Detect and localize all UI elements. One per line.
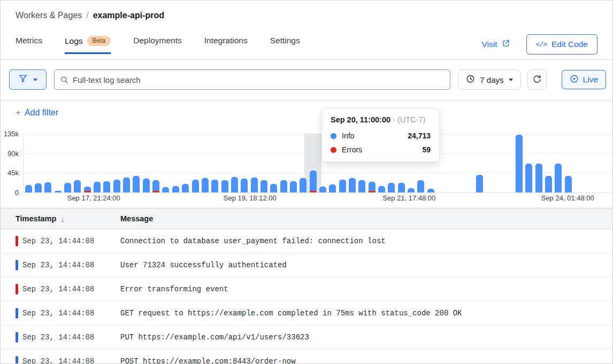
log-table: Timestamp ↓ Message Sep 23, 14:44:08 Con…	[1, 208, 612, 364]
edit-code-button[interactable]: </> Edit Code	[526, 34, 597, 55]
add-filter-button[interactable]: + Add filter	[16, 107, 58, 118]
info-dot-icon	[331, 133, 336, 139]
log-timestamp: Sep 23, 14:44:08	[22, 261, 120, 269]
y-axis-tick: 0	[1, 189, 19, 197]
chart-bar-slot[interactable]	[446, 134, 455, 192]
table-row[interactable]: Sep 23, 14:44:08 Connection to database …	[1, 229, 612, 253]
live-button[interactable]: Live	[562, 70, 606, 89]
chart-bar-slot[interactable]	[141, 134, 151, 192]
chart-bar-slot[interactable]	[308, 134, 318, 192]
chart-bar-slot[interactable]	[475, 134, 485, 192]
chart-bar-slot[interactable]	[190, 134, 200, 192]
chart-bar-slot[interactable]	[593, 134, 602, 192]
filter-funnel-icon	[18, 74, 28, 86]
refresh-button[interactable]	[527, 69, 547, 90]
caret-down-icon	[33, 79, 37, 81]
play-circle-icon	[570, 74, 579, 86]
caret-down-icon	[509, 79, 513, 81]
chart-bar-slot[interactable]	[240, 134, 249, 192]
x-axis-tick: Sep 24, 01:48:00	[541, 194, 594, 202]
visit-link[interactable]: Visit	[482, 39, 510, 50]
chart-bar-slot[interactable]	[524, 134, 534, 192]
chart-bar-slot[interactable]	[249, 134, 259, 192]
chart-bar-slot[interactable]	[229, 134, 239, 192]
chart-bar-slot[interactable]	[92, 134, 102, 192]
chart-bar-slot[interactable]	[504, 134, 514, 192]
chart-bar-slot[interactable]	[563, 134, 573, 192]
tooltip-title: Sep 20, 11:00:00 - (UTC-7)	[331, 115, 431, 124]
log-timestamp: Sep 23, 14:44:08	[22, 285, 120, 293]
breadcrumb-section[interactable]: Workers & Pages	[16, 11, 82, 20]
chart-bar-slot[interactable]	[200, 134, 210, 192]
tab-logs[interactable]: Logs Beta	[65, 32, 111, 54]
chart-bar-slot[interactable]	[53, 134, 63, 192]
log-level-indicator	[16, 308, 18, 319]
chart-bar-slot[interactable]	[210, 134, 220, 192]
table-row[interactable]: Sep 23, 14:44:08 GET request to https://…	[1, 301, 612, 326]
chart-bar-slot[interactable]	[63, 134, 72, 192]
filter-dropdown-button[interactable]	[9, 69, 47, 90]
chart-bar-slot[interactable]	[102, 134, 112, 192]
chart-bar-slot[interactable]	[259, 134, 269, 192]
chart-bar-slot[interactable]	[455, 134, 465, 192]
chart-bar-slot[interactable]	[583, 134, 593, 192]
chart-bar-slot[interactable]	[171, 134, 180, 192]
chart-bar-slot[interactable]	[24, 134, 33, 192]
chart-bar-slot[interactable]	[573, 134, 583, 192]
breadcrumb: Workers & Pages / example-api-prod	[1, 1, 612, 20]
chart-bar-slot[interactable]	[288, 134, 298, 192]
log-level-indicator	[16, 236, 18, 246]
chart-bar-slot[interactable]	[495, 134, 504, 192]
column-header-message: Message	[120, 214, 153, 223]
chart-bar-slot[interactable]	[269, 134, 279, 192]
chart-bar-slot[interactable]	[112, 134, 121, 192]
column-header-timestamp[interactable]: Timestamp ↓	[16, 214, 120, 223]
chart-bar-slot[interactable]	[514, 134, 524, 192]
chart-bar-slot[interactable]	[161, 134, 171, 192]
external-link-icon	[502, 39, 510, 50]
log-timestamp: Sep 23, 14:44:08	[22, 357, 120, 364]
page-title: example-api-prod	[93, 11, 164, 20]
chart-bar-slot[interactable]	[602, 134, 612, 192]
chart-bar-slot[interactable]	[534, 134, 543, 192]
errors-dot-icon	[331, 147, 336, 153]
time-range-dropdown[interactable]: 7 days	[458, 69, 520, 90]
tab-metrics[interactable]: Metrics	[16, 32, 42, 52]
chart-bar-slot[interactable]	[33, 134, 43, 192]
log-timestamp: Sep 23, 14:44:08	[22, 309, 120, 317]
tooltip-info-row: Info 24,713	[331, 131, 431, 140]
y-axis-tick: 45k	[1, 169, 19, 177]
chart-bar-slot[interactable]	[554, 134, 563, 192]
chart-bar-slot[interactable]	[465, 134, 474, 192]
search-input[interactable]	[54, 69, 450, 90]
clock-icon	[466, 74, 475, 85]
tab-deployments[interactable]: Deployments	[133, 32, 181, 52]
table-row[interactable]: Sep 23, 14:44:08 Error transforming even…	[1, 277, 612, 301]
chart-bar-slot[interactable]	[543, 134, 553, 192]
log-toolbar: 7 days Live	[1, 60, 612, 100]
log-level-indicator	[16, 356, 18, 364]
table-row[interactable]: Sep 23, 14:44:08 User 71324 successfully…	[1, 253, 612, 277]
table-row[interactable]: Sep 23, 14:44:08 POST https://example.co…	[1, 350, 612, 364]
chart-bar-slot[interactable]	[121, 134, 131, 192]
chart-bar-slot[interactable]	[73, 134, 82, 192]
tooltip-errors-row: Errors 59	[331, 145, 431, 154]
tab-settings[interactable]: Settings	[270, 32, 300, 52]
chart-bar-slot[interactable]	[43, 134, 53, 192]
chart-bar-slot[interactable]	[220, 134, 229, 192]
chart-bar-slot[interactable]	[279, 134, 288, 192]
log-timestamp: Sep 23, 14:44:08	[22, 333, 120, 342]
chart-bar-slot[interactable]	[82, 134, 92, 192]
log-level-indicator	[16, 284, 18, 295]
chart-bar-slot[interactable]	[181, 134, 190, 192]
chart-bar-slot[interactable]	[151, 134, 160, 192]
chart-bar-slot[interactable]	[485, 134, 494, 192]
table-row[interactable]: Sep 23, 14:44:08 PUT https://example.com…	[1, 326, 612, 350]
header-actions: Visit </> Edit Code	[482, 32, 598, 55]
log-message: Connection to database user_payment fail…	[120, 237, 386, 245]
chart-bar-slot[interactable]	[132, 134, 141, 192]
plus-icon: +	[16, 107, 21, 118]
tab-integrations[interactable]: Integrations	[204, 32, 248, 52]
search-icon	[60, 75, 69, 84]
beta-badge: Beta	[87, 36, 111, 46]
